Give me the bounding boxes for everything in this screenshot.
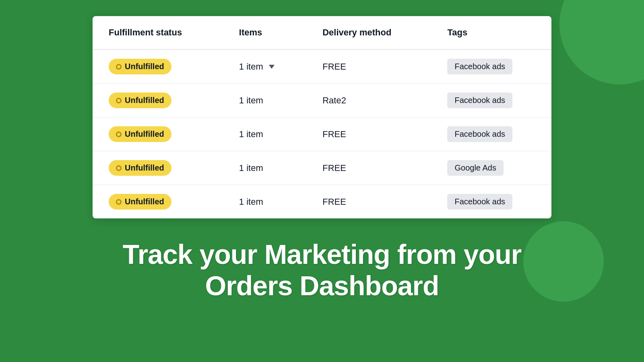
- status-cell: Unfulfilled: [93, 185, 223, 219]
- footer-line1: Track your Marketing from your: [123, 239, 521, 270]
- items-cell[interactable]: 1 item: [223, 49, 306, 84]
- tags-cell: Facebook ads: [431, 117, 551, 151]
- status-badge: Unfulfilled: [109, 93, 171, 108]
- status-label: Unfulfilled: [125, 96, 164, 105]
- table-header-row: Fulfillment status Items Delivery method…: [93, 16, 551, 49]
- delivery-method-cell: FREE: [306, 49, 431, 84]
- tags-cell: Google Ads: [431, 151, 551, 185]
- status-badge: Unfulfilled: [109, 59, 171, 74]
- orders-table-card: Fulfillment status Items Delivery method…: [93, 16, 551, 218]
- status-label: Unfulfilled: [125, 163, 164, 173]
- items-count: 1 item: [239, 163, 263, 173]
- delivery-method-cell: FREE: [306, 151, 431, 185]
- delivery-method-cell: FREE: [306, 117, 431, 151]
- status-badge: Unfulfilled: [109, 160, 171, 176]
- footer-line2: Orders Dashboard: [123, 270, 521, 301]
- status-label: Unfulfilled: [125, 62, 164, 71]
- tags-cell: Facebook ads: [431, 185, 551, 219]
- items-count: 1 item: [239, 197, 263, 207]
- items-cell: 1 item: [223, 151, 306, 185]
- tags-cell: Facebook ads: [431, 84, 551, 117]
- orders-table: Fulfillment status Items Delivery method…: [93, 16, 551, 218]
- status-badge: Unfulfilled: [109, 194, 171, 210]
- status-label: Unfulfilled: [125, 197, 164, 206]
- table-row: Unfulfilled1 itemFREEFacebook ads: [93, 49, 551, 84]
- table-row: Unfulfilled1 itemRate2Facebook ads: [93, 84, 551, 117]
- tag-badge[interactable]: Facebook ads: [447, 126, 512, 142]
- tag-badge[interactable]: Facebook ads: [447, 93, 512, 108]
- chevron-down-icon[interactable]: [269, 65, 275, 69]
- tag-badge[interactable]: Google Ads: [447, 160, 503, 176]
- status-label: Unfulfilled: [125, 130, 164, 139]
- items-count: 1 item: [239, 62, 263, 72]
- footer-headline: Track your Marketing from your Orders Da…: [123, 239, 521, 301]
- header-fulfillment-status: Fulfillment status: [93, 16, 223, 49]
- items-cell: 1 item: [223, 185, 306, 219]
- delivery-method-cell: Rate2: [306, 84, 431, 117]
- table-row: Unfulfilled1 itemFREEGoogle Ads: [93, 151, 551, 185]
- status-cell: Unfulfilled: [93, 49, 223, 84]
- tag-badge[interactable]: Facebook ads: [447, 194, 512, 210]
- status-dot-icon: [116, 165, 122, 171]
- status-dot-icon: [116, 132, 122, 137]
- status-dot-icon: [116, 64, 122, 70]
- status-dot-icon: [116, 98, 122, 103]
- status-cell: Unfulfilled: [93, 84, 223, 117]
- header-delivery-method: Delivery method: [306, 16, 431, 49]
- tags-cell: Facebook ads: [431, 49, 551, 84]
- bg-decoration-1: [559, 0, 644, 84]
- status-badge: Unfulfilled: [109, 126, 171, 142]
- status-dot-icon: [116, 199, 122, 205]
- items-cell: 1 item: [223, 84, 306, 117]
- tag-badge[interactable]: Facebook ads: [447, 59, 512, 74]
- items-cell: 1 item: [223, 117, 306, 151]
- header-items: Items: [223, 16, 306, 49]
- table-row: Unfulfilled1 itemFREEFacebook ads: [93, 185, 551, 219]
- table-row: Unfulfilled1 itemFREEFacebook ads: [93, 117, 551, 151]
- delivery-method-cell: FREE: [306, 185, 431, 219]
- status-cell: Unfulfilled: [93, 151, 223, 185]
- items-count: 1 item: [239, 95, 263, 106]
- header-tags: Tags: [431, 16, 551, 49]
- bg-decoration-2: [523, 221, 604, 302]
- items-count: 1 item: [239, 129, 263, 140]
- status-cell: Unfulfilled: [93, 117, 223, 151]
